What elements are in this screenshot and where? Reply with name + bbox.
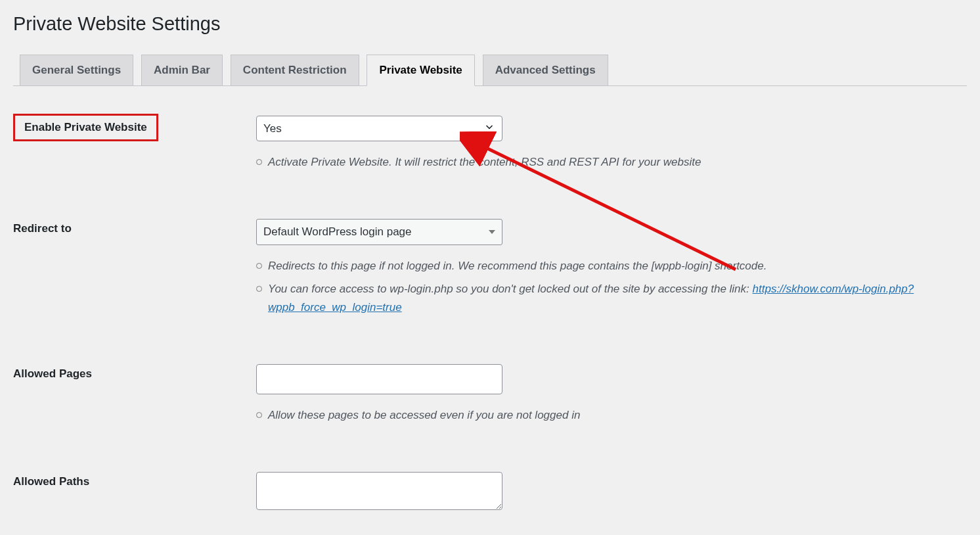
redirect-to-select[interactable]: Default WordPress login page [256, 219, 502, 245]
tab-admin-bar[interactable]: Admin Bar [141, 55, 223, 85]
allowed-pages-label: Allowed Pages [13, 354, 256, 462]
enable-private-select[interactable]: Yes [256, 116, 502, 142]
page-title: Private Website Settings [13, 13, 967, 35]
tab-content-restriction[interactable]: Content Restriction [231, 55, 359, 85]
enable-private-desc: Activate Private Website. It will restri… [256, 153, 960, 171]
allowed-pages-desc: Allow these pages to be accessed even if… [256, 406, 960, 424]
tab-private-website[interactable]: Private Website [367, 55, 474, 86]
allowed-paths-label: Allowed Paths [13, 462, 256, 535]
settings-form: Enable Private Website Yes Activate Priv… [13, 106, 967, 536]
redirect-to-value: Default WordPress login page [263, 223, 412, 241]
redirect-to-desc-2-text: You can force access to wp-login.php so … [268, 283, 753, 295]
tab-advanced-settings[interactable]: Advanced Settings [483, 55, 608, 85]
caret-down-icon [489, 230, 495, 234]
redirect-to-desc-2: You can force access to wp-login.php so … [256, 280, 960, 315]
tabs-nav: General Settings Admin Bar Content Restr… [13, 48, 967, 86]
enable-private-label: Enable Private Website [13, 114, 158, 141]
allowed-paths-textarea[interactable] [256, 472, 502, 510]
enable-private-label-cell: Enable Private Website [13, 106, 256, 210]
allowed-pages-input[interactable] [256, 364, 502, 394]
tab-general-settings[interactable]: General Settings [20, 55, 133, 85]
redirect-to-label: Redirect to [13, 209, 256, 354]
redirect-to-desc-1: Redirects to this page if not logged in.… [256, 257, 960, 275]
